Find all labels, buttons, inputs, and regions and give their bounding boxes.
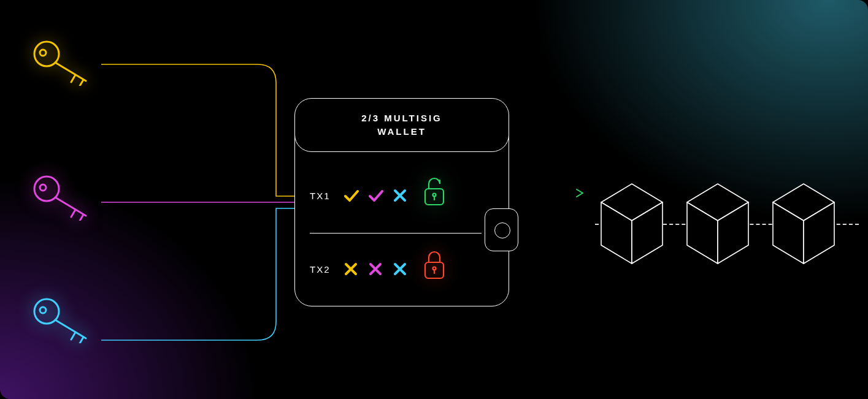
arrow-icon — [521, 184, 595, 202]
blockchain-cubes — [595, 178, 859, 270]
unlock-icon — [420, 174, 448, 208]
connector-lines — [0, 0, 307, 399]
wallet-header: 2/3 MULTISIG WALLET — [294, 98, 509, 152]
wallet-clasp — [485, 208, 518, 251]
check-icon-yellow — [343, 188, 359, 203]
diagram-canvas: 2/3 MULTISIG WALLET TX1 TX2 — [0, 0, 868, 399]
tx2-label: TX2 — [310, 264, 331, 275]
lock-icon — [420, 248, 448, 282]
tx1-row: TX1 — [310, 183, 448, 208]
x-icon-cyan-2 — [392, 261, 408, 277]
tx1-label: TX1 — [310, 191, 331, 201]
x-icon-yellow — [343, 261, 359, 277]
wallet-divider — [310, 233, 482, 234]
wallet-title-line1: 2/3 MULTISIG — [361, 113, 442, 123]
x-icon-cyan — [392, 188, 408, 203]
wallet-title-line2: WALLET — [377, 126, 426, 137]
check-icon-magenta — [367, 188, 383, 203]
tx2-row: TX2 — [310, 256, 448, 282]
x-icon-magenta — [367, 261, 383, 277]
